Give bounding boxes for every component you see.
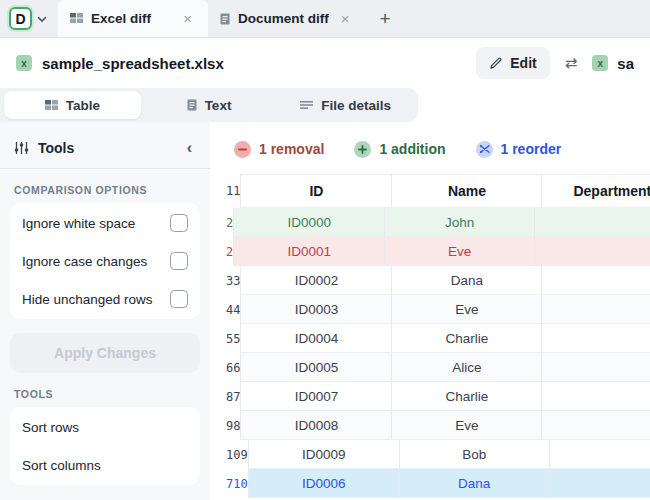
table-row: 5 5 ID0004 Charlie <box>226 324 650 353</box>
text-icon <box>187 99 197 111</box>
cell-name: Bob <box>400 440 550 469</box>
cell-name: Name <box>392 175 542 208</box>
cell-department <box>542 324 650 353</box>
sidebar-title: Tools <box>38 140 74 156</box>
cell-name: Charlie <box>392 382 542 411</box>
row-number-left: 5 <box>226 324 233 353</box>
sliders-icon <box>14 141 29 155</box>
window-tab-document-diff[interactable]: Document diff × <box>208 0 366 37</box>
cell-id: ID0000 <box>234 208 385 237</box>
reorder-badge: 1 reorder <box>476 141 562 158</box>
plus-icon <box>354 141 371 158</box>
spreadsheet-icon <box>70 13 83 24</box>
view-tab-bar: Table Text File details <box>0 88 650 122</box>
row-number-left: 4 <box>226 295 233 324</box>
diff-table: 1 1 ID Name Department 2 ID0000 John 2 I… <box>226 174 650 498</box>
cell-department <box>550 440 650 469</box>
addition-count: 1 addition <box>379 141 445 157</box>
close-icon[interactable]: × <box>337 9 354 28</box>
cell-department: Department <box>542 175 650 208</box>
cell-name: Dana <box>400 469 550 498</box>
window-tab-label: Excel diff <box>91 11 151 26</box>
cell-id: ID0008 <box>241 411 392 440</box>
apply-changes-button[interactable]: Apply Changes <box>10 333 200 373</box>
tab-text[interactable]: Text <box>141 91 278 119</box>
table-row: 2 ID0001 Eve <box>226 237 650 266</box>
file-header: x sample_spreadsheet.xlsx Edit ⇄ x sa <box>0 38 650 88</box>
cell-department <box>550 469 650 498</box>
addition-badge: 1 addition <box>354 141 445 158</box>
row-number-left: 1 <box>226 174 233 208</box>
cell-department <box>542 266 650 295</box>
reorder-count: 1 reorder <box>501 141 562 157</box>
chevron-down-icon[interactable] <box>36 13 48 25</box>
row-number-right: 7 <box>233 382 240 411</box>
option-label: Hide unchanged rows <box>22 292 153 307</box>
row-number-left: 8 <box>226 382 233 411</box>
table-row: 10 9 ID0009 Bob <box>226 440 650 469</box>
cell-id: ID0001 <box>234 237 385 266</box>
cell-name: John <box>385 208 535 237</box>
checkbox[interactable] <box>170 252 188 270</box>
window-tab-excel-diff[interactable]: Excel diff × <box>58 0 208 37</box>
row-number-left: 9 <box>226 411 233 440</box>
cell-name: Eve <box>392 295 542 324</box>
edit-button-label: Edit <box>510 55 536 71</box>
minus-icon <box>234 141 251 158</box>
reorder-icon <box>476 141 493 158</box>
table-icon <box>45 100 58 111</box>
left-file-name: sample_spreadsheet.xlsx <box>42 55 224 72</box>
removal-count: 1 removal <box>259 141 324 157</box>
tab-label: Text <box>205 98 232 113</box>
table-row: 2 ID0000 John <box>226 208 650 237</box>
cell-department <box>535 237 650 266</box>
option-label: Ignore case changes <box>22 254 147 269</box>
cell-department <box>542 295 650 324</box>
tool-item[interactable]: Sort columns <box>22 446 188 484</box>
row-number-left: 2 <box>226 237 233 266</box>
new-tab-button[interactable]: + <box>366 0 405 37</box>
row-number-left: 10 <box>226 440 240 469</box>
tab-file-details[interactable]: File details <box>277 91 414 119</box>
cell-name: Dana <box>392 266 542 295</box>
cell-id: ID0004 <box>241 324 392 353</box>
tools-section-label: TOOLS <box>14 388 200 400</box>
option-label: Ignore white space <box>22 216 135 231</box>
cell-id: ID0006 <box>249 469 400 498</box>
comparison-option: Ignore case changes <box>22 242 188 280</box>
cell-name: Eve <box>392 411 542 440</box>
comparison-options-label: COMPARISON OPTIONS <box>14 184 200 196</box>
row-number-right: 2 <box>226 208 233 237</box>
table-row: 7 10 ID0006 Dana <box>226 469 650 498</box>
row-number-right: 9 <box>240 440 247 469</box>
row-number-left: 3 <box>226 266 233 295</box>
table-row: 8 7 ID0007 Charlie <box>226 382 650 411</box>
table-row: 6 6 ID0005 Alice <box>226 353 650 382</box>
row-number-left: 7 <box>226 469 233 498</box>
row-number-right: 10 <box>233 469 247 498</box>
cell-id: ID0007 <box>241 382 392 411</box>
cell-name: Charlie <box>392 324 542 353</box>
checkbox[interactable] <box>170 290 188 308</box>
diff-view: 1 removal 1 addition 1 reorder <box>210 122 650 500</box>
checkbox[interactable] <box>170 214 188 232</box>
pencil-icon <box>489 56 503 70</box>
tab-table[interactable]: Table <box>4 91 141 119</box>
edit-button[interactable]: Edit <box>476 47 549 79</box>
table-row: 1 1 ID Name Department <box>226 174 650 208</box>
swap-files-icon[interactable]: ⇄ <box>565 54 578 72</box>
list-icon <box>300 100 313 110</box>
excel-file-icon: x <box>592 55 608 71</box>
comparison-options-card: Ignore white space Ignore case changes H… <box>10 203 200 319</box>
document-icon <box>220 13 230 25</box>
tool-item[interactable]: Sort rows <box>22 408 188 446</box>
app-logo[interactable]: D <box>9 7 32 30</box>
window-tab-label: Document diff <box>238 11 329 26</box>
row-number-right: 5 <box>233 324 240 353</box>
row-number-right: 4 <box>233 295 240 324</box>
cell-id: ID0003 <box>241 295 392 324</box>
close-icon[interactable]: × <box>179 9 196 28</box>
diff-summary: 1 removal 1 addition 1 reorder <box>234 138 650 160</box>
window-tab-bar: D Excel diff × Document diff × + <box>0 0 650 38</box>
collapse-sidebar-icon[interactable]: ‹ <box>181 139 198 157</box>
